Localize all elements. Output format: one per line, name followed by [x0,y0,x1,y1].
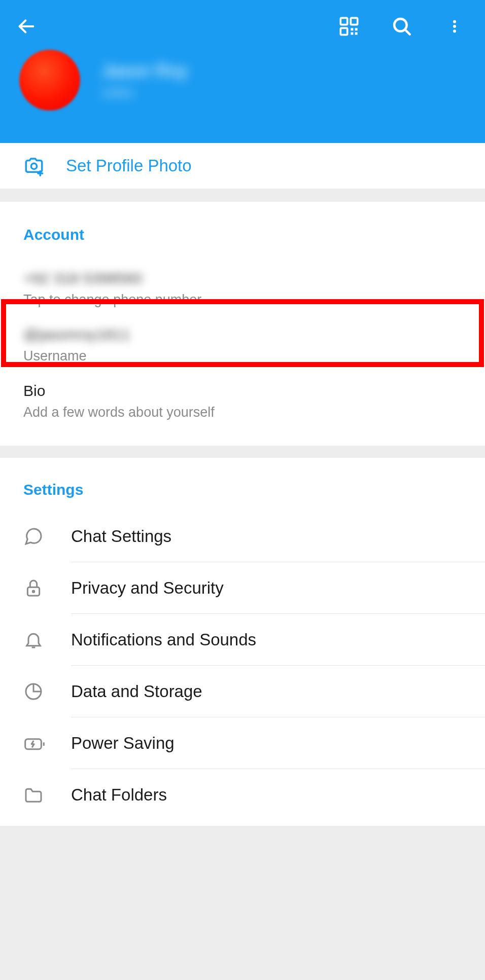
svg-rect-4 [351,28,353,30]
set-photo-row-container: Set Profile Photo [0,143,485,189]
bio-subtitle: Add a few words about yourself [23,405,462,420]
svg-point-11 [453,25,456,28]
svg-rect-6 [351,32,353,35]
profile-header: Jason Roy online [15,50,470,111]
arrow-left-icon [16,16,37,37]
phone-value: +92 318 5398560 [23,270,462,287]
settings-section: Settings Chat Settings Privacy and Secur… [0,458,485,826]
bio-value: Bio [23,382,462,400]
set-profile-photo-button[interactable]: Set Profile Photo [0,143,485,189]
svg-point-12 [453,29,456,32]
bell-icon [23,630,44,650]
settings-title: Settings [0,481,485,498]
settings-label: Chat Settings [71,527,171,546]
qr-icon [339,16,359,37]
svg-point-13 [31,163,37,169]
phone-subtitle: Tap to change phone number [23,292,462,308]
avatar[interactable] [19,50,80,111]
svg-rect-1 [340,18,347,24]
folder-icon [23,785,44,805]
settings-label: Notifications and Sounds [71,630,256,649]
profile-name: Jason Roy [101,60,188,82]
svg-rect-3 [340,28,347,34]
settings-label: Power Saving [71,734,175,753]
svg-point-10 [453,20,456,23]
phone-row[interactable]: +92 318 5398560 Tap to change phone numb… [23,263,462,319]
username-value: @jasonroy1811 [23,326,462,343]
camera-add-icon [23,155,45,176]
more-button[interactable] [443,15,466,38]
account-title: Account [23,226,462,243]
more-vertical-icon [447,16,462,37]
svg-rect-2 [351,18,357,24]
settings-item-data[interactable]: Data and Storage [0,666,485,717]
profile-status: online [101,86,188,100]
settings-item-notifications[interactable]: Notifications and Sounds [0,614,485,666]
settings-item-chat[interactable]: Chat Settings [0,511,485,562]
qr-button[interactable] [338,15,360,38]
settings-item-privacy[interactable]: Privacy and Security [0,562,485,614]
settings-label: Data and Storage [71,682,202,701]
battery-icon [23,733,46,753]
account-section: Account +92 318 5398560 Tap to change ph… [0,202,485,446]
settings-label: Privacy and Security [71,578,224,598]
lock-icon [23,578,44,598]
username-row[interactable]: @jasonroy1811 Username [23,319,462,375]
set-profile-photo-label: Set Profile Photo [66,156,192,175]
svg-point-17 [32,591,34,592]
search-button[interactable] [391,15,413,38]
svg-rect-5 [355,28,358,30]
chat-icon [23,526,44,547]
settings-item-folders[interactable]: Chat Folders [0,769,485,821]
settings-label: Chat Folders [71,785,167,805]
bio-row[interactable]: Bio Add a few words about yourself [23,375,462,431]
app-header: Jason Roy online [0,0,485,143]
search-icon [391,16,412,37]
pie-chart-icon [23,681,44,702]
header-toolbar [15,12,470,41]
svg-line-9 [405,30,410,34]
svg-rect-7 [355,32,358,35]
back-button[interactable] [15,15,38,38]
settings-item-power[interactable]: Power Saving [0,717,485,769]
username-subtitle: Username [23,348,462,364]
